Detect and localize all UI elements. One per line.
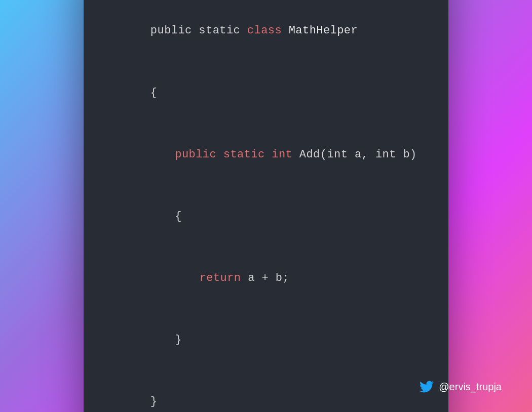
code-area: public static class MathHelper { public … <box>84 0 448 412</box>
watermark: @ervis_trupja <box>420 380 502 394</box>
code-line-3: public static int Add(int a, int b) <box>109 124 423 186</box>
code-line-5: return a + b; <box>109 248 423 309</box>
classname: MathHelper <box>289 24 358 37</box>
code-line-1: public static class MathHelper <box>109 1 423 62</box>
code-line-2: { <box>109 62 423 124</box>
method-name: Add <box>299 148 320 161</box>
twitter-handle: @ervis_trupja <box>439 381 502 393</box>
method-params: (int a, int b) <box>320 148 417 161</box>
kw-static-1: static <box>199 24 247 37</box>
kw-public-1: public <box>150 24 199 37</box>
brace-open-1: { <box>150 87 158 99</box>
brace-open-2: { <box>175 210 182 223</box>
brace-close-1: } <box>175 334 182 346</box>
kw-public-2: public <box>175 148 223 161</box>
kw-int: int <box>272 148 299 161</box>
code-line-7: } <box>109 371 423 412</box>
kw-class: class <box>247 24 289 37</box>
app-window: public static class MathHelper { public … <box>84 0 448 412</box>
brace-close-2: } <box>150 395 158 408</box>
twitter-icon <box>420 380 434 394</box>
code-line-6: } <box>109 309 423 371</box>
expr: a + b; <box>248 272 289 284</box>
kw-static-2: static <box>223 148 272 161</box>
code-line-4: { <box>109 186 423 248</box>
kw-return: return <box>200 272 248 284</box>
